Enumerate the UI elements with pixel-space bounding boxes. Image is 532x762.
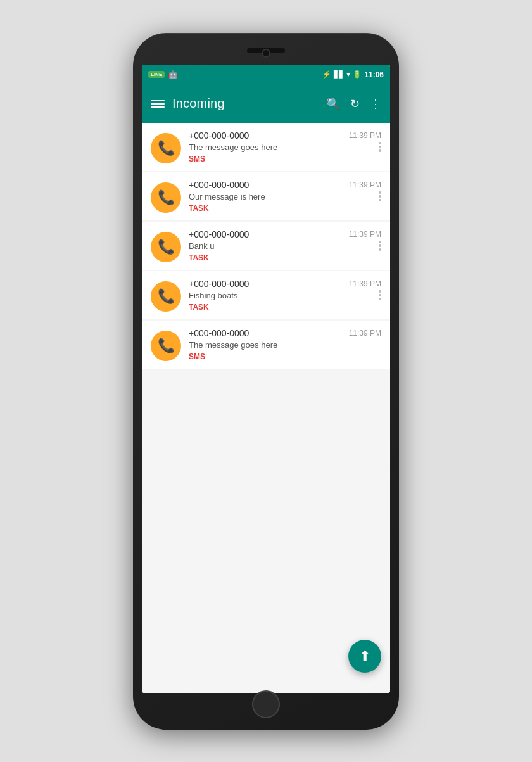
message-item-4[interactable]: 📞 +000-000-0000 11:39 PM Fishing boats T… (142, 271, 390, 319)
status-right: ⚡ ▋▋ ▾ 🔋 11:06 (322, 70, 384, 79)
message-content-4: +000-000-0000 11:39 PM Fishing boats TAS… (189, 279, 381, 312)
camera (262, 49, 270, 58)
avatar-3: 📞 (151, 232, 181, 262)
status-time: 11:06 (364, 70, 384, 79)
phone-icon-3: 📞 (158, 239, 175, 255)
menu-button[interactable] (151, 100, 165, 108)
bluetooth-icon: ⚡ (322, 70, 331, 79)
message-header-5: +000-000-0000 11:39 PM (189, 328, 381, 338)
phone-icon-5: 📞 (158, 338, 175, 354)
message-content-5: +000-000-0000 11:39 PM The message goes … (189, 328, 381, 361)
status-left: LINE 🤖 (148, 70, 178, 79)
message-text-3: Bank u (189, 241, 381, 251)
phone-device: LINE 🤖 ⚡ ▋▋ ▾ 🔋 11:06 Incoming 🔍 ↻ (133, 33, 399, 730)
phone-icon-1: 📞 (158, 140, 175, 156)
toolbar: Incoming 🔍 ↻ ⋮ (142, 85, 390, 123)
phone-number-5: +000-000-0000 (189, 328, 249, 338)
message-header-2: +000-000-0000 11:39 PM (189, 180, 381, 190)
refresh-icon[interactable]: ↻ (350, 97, 360, 111)
phone-icon-4: 📞 (158, 288, 175, 305)
message-item-3[interactable]: 📞 +000-000-0000 11:39 PM Bank u TASK (142, 222, 390, 270)
message-item-1[interactable]: 📞 +000-000-0000 11:39 PM The message goe… (142, 123, 390, 171)
message-item-5[interactable]: 📞 +000-000-0000 11:39 PM The message goe… (142, 321, 390, 369)
message-time-1: 11:39 PM (349, 131, 381, 140)
phone-number-1: +000-000-0000 (189, 130, 249, 141)
home-button[interactable] (252, 690, 280, 718)
message-tag-3: TASK (189, 253, 381, 262)
message-text-1: The message goes here (189, 143, 381, 152)
message-tag-2: TASK (189, 204, 381, 213)
message-text-2: Our message is here (189, 192, 381, 201)
robot-app-icon: 🤖 (168, 70, 178, 79)
message-header-3: +000-000-0000 11:39 PM (189, 229, 381, 239)
phone-number-4: +000-000-0000 (189, 279, 249, 289)
messages-list: 📞 +000-000-0000 11:39 PM The message goe… (142, 123, 390, 693)
line-app-icon: LINE (148, 71, 165, 78)
message-content-3: +000-000-0000 11:39 PM Bank u TASK (189, 229, 381, 262)
battery-icon: 🔋 (353, 70, 362, 79)
message-header-1: +000-000-0000 11:39 PM (189, 130, 381, 141)
message-tag-5: SMS (189, 352, 381, 361)
wifi-icon: ▾ (346, 70, 350, 79)
message-time-2: 11:39 PM (349, 181, 381, 189)
message-tag-1: SMS (189, 155, 381, 163)
status-bar: LINE 🤖 ⚡ ▋▋ ▾ 🔋 11:06 (142, 65, 390, 85)
more-options-icon[interactable]: ⋮ (370, 97, 381, 111)
avatar-4: 📞 (151, 281, 181, 312)
more-btn-4[interactable] (376, 288, 384, 303)
more-btn-1[interactable] (376, 139, 384, 155)
message-time-4: 11:39 PM (349, 279, 381, 288)
phone-number-2: +000-000-0000 (189, 180, 249, 190)
toolbar-icons: 🔍 ↻ ⋮ (326, 97, 381, 111)
more-btn-3[interactable] (376, 238, 384, 253)
message-tag-4: TASK (189, 303, 381, 312)
scroll-top-fab[interactable]: ⬆ (348, 640, 381, 673)
message-content-2: +000-000-0000 11:39 PM Our message is he… (189, 180, 381, 213)
avatar-2: 📞 (151, 182, 181, 213)
signal-icon: ▋▋ (334, 70, 344, 79)
search-icon[interactable]: 🔍 (326, 97, 340, 111)
avatar-1: 📞 (151, 133, 181, 163)
phone-screen: LINE 🤖 ⚡ ▋▋ ▾ 🔋 11:06 Incoming 🔍 ↻ (142, 65, 390, 693)
scroll-top-icon: ⬆ (359, 648, 370, 664)
phone-bottom (252, 693, 280, 716)
phone-icon-2: 📞 (158, 189, 175, 206)
message-time-5: 11:39 PM (349, 329, 381, 338)
message-text-4: Fishing boats (189, 291, 381, 300)
phone-number-3: +000-000-0000 (189, 229, 249, 239)
message-content-1: +000-000-0000 11:39 PM The message goes … (189, 130, 381, 163)
phone-top-bar (142, 44, 390, 62)
avatar-5: 📞 (151, 331, 181, 361)
message-header-4: +000-000-0000 11:39 PM (189, 279, 381, 289)
message-item-2[interactable]: 📞 +000-000-0000 11:39 PM Our message is … (142, 172, 390, 220)
more-btn-2[interactable] (376, 189, 384, 204)
message-time-3: 11:39 PM (349, 230, 381, 239)
message-text-5: The message goes here (189, 340, 381, 350)
page-title: Incoming (172, 96, 319, 111)
